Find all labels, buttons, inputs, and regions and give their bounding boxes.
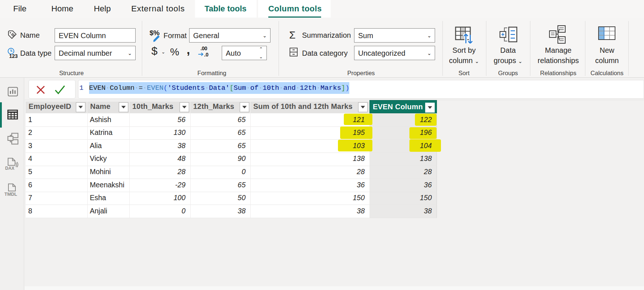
svg-text:.0: .0 — [204, 52, 209, 58]
svg-text:123: 123 — [9, 53, 18, 59]
svg-text:DAX: DAX — [5, 166, 14, 171]
svg-text:TMDL: TMDL — [4, 192, 17, 197]
